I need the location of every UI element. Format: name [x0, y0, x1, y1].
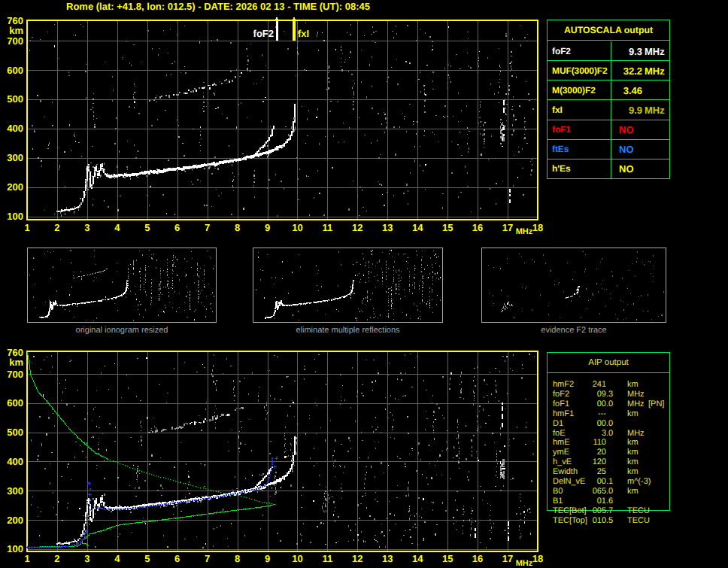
aip-table-header: AIP output [548, 353, 669, 373]
svg-text:10: 10 [292, 553, 302, 564]
aip-row-foe: 3.0foEMHz [548, 429, 669, 439]
aip-row-yme: 20ymEkm [548, 448, 669, 457]
aip-param-value-fraction: .0 [606, 429, 613, 438]
aip-row-fof1: 00.0foF1MHz[PN] [548, 399, 669, 409]
svg-text:9: 9 [265, 553, 270, 564]
svg-text:7: 7 [205, 222, 210, 233]
autoscala-row-m3000f2: M(3000)F23.46 [548, 80, 669, 100]
aip-param-value-fraction: .5 [606, 516, 613, 525]
autoscala-param-label: h'Es [552, 163, 570, 174]
aip-param-label: foF1 [553, 399, 569, 409]
autoscala-param-label: foF1 [552, 124, 571, 135]
aip-param-label: hmE [553, 438, 570, 447]
autoscala-value-cell: 32.2MHz [611, 61, 669, 80]
autoscala-param-label: M(3000)F2 [552, 85, 596, 96]
svg-text:4: 4 [114, 222, 120, 233]
svg-text:9: 9 [265, 222, 270, 233]
autoscala-row-fxi: fxI9.9MHz [548, 100, 669, 120]
svg-text:10: 10 [292, 222, 302, 233]
fitted-trace-curve [26, 457, 278, 548]
aip-param-unit: TECU [627, 516, 650, 525]
svg-text:16: 16 [472, 222, 483, 233]
aip-param-unit: km [627, 467, 639, 476]
svg-text:300: 300 [7, 485, 23, 497]
svg-text:5: 5 [144, 553, 150, 564]
svg-text:1: 1 [24, 222, 29, 233]
aip-param-label: Ewidth [553, 467, 578, 476]
aip-param-label: TEC[Top] [553, 516, 587, 525]
aip-output-table: AIP output 241hmF2km09.3foF2MHz00.0foF1M… [547, 352, 670, 511]
top-ionogram-grid-frame [27, 20, 538, 220]
svg-text:12: 12 [352, 222, 362, 233]
thumbnail-evidence-f2-trace [482, 248, 666, 323]
svg-text:6: 6 [174, 553, 180, 564]
profile-ionogram-trace-layer [30, 354, 535, 548]
svg-text:300: 300 [7, 152, 23, 163]
svg-text:11: 11 [323, 553, 333, 564]
autoscala-param-label: fxI [552, 105, 563, 115]
aip-param-label: D1 [553, 419, 563, 428]
aip-param-label: h_vE [553, 457, 572, 466]
aip-row-b1: 01.6B1 [548, 497, 669, 506]
thumbnail-caption-evidence: evidence F2 trace [481, 326, 666, 335]
svg-text:18: 18 [532, 222, 543, 233]
aip-row-d1: 00.0D1 [548, 419, 669, 429]
autoscala-param-label: foF2 [552, 46, 571, 56]
autoscala-value-cell: 9.3MHz [611, 41, 669, 60]
fof2-marker-label: foF2 [253, 28, 274, 39]
aip-param-unit: MHz [627, 399, 645, 409]
aip-param-value-fraction: .1 [606, 477, 613, 486]
svg-text:200: 200 [7, 181, 23, 193]
svg-text:700: 700 [7, 35, 23, 47]
top-ionogram-x-axis-labels: 123456789101112131415161718MHz [24, 222, 543, 237]
autoscala-row-fof2: foF29.3MHz [548, 41, 669, 61]
autoscala-param-value: NO [619, 124, 634, 135]
aip-row-hmf2: 241hmF2km [548, 380, 669, 390]
autoscala-value-cell: NO [611, 159, 669, 178]
autoscala-param-value: NO [619, 163, 634, 175]
aip-param-unit: km [627, 487, 639, 496]
svg-text:500: 500 [7, 427, 23, 438]
svg-text:km: km [9, 357, 23, 368]
aip-row-b0: 065.0B0km [548, 487, 669, 497]
aip-param-value-fraction: .7 [606, 506, 613, 515]
aip-param-unit: MHz [627, 429, 645, 438]
svg-text:11: 11 [323, 222, 333, 233]
autoscala-param-value: NO [619, 144, 634, 155]
svg-text:3: 3 [84, 553, 89, 564]
autoscala-row-ftes: ftEsNO [548, 140, 669, 159]
svg-text:18: 18 [532, 553, 543, 564]
autoscala-table-header: AUTOSCALA output [548, 20, 669, 41]
svg-text:13: 13 [382, 553, 393, 564]
svg-text:1: 1 [24, 553, 29, 564]
svg-text:2: 2 [54, 222, 59, 233]
autoscala-row-fof1: foF1NO [548, 120, 669, 140]
aip-param-unit: km [627, 380, 639, 389]
svg-text:2: 2 [54, 553, 59, 564]
aip-param-label: ymE [553, 448, 569, 457]
aip-param-unit: TECU [627, 506, 650, 515]
autoscala-value-cell: 3.46 [611, 80, 669, 99]
svg-text:100: 100 [7, 543, 23, 554]
svg-text:600: 600 [7, 397, 23, 409]
autoscala-param-unit: MHz [645, 105, 665, 116]
aip-param-label: foE [553, 429, 566, 438]
svg-text:16: 16 [472, 553, 483, 564]
autoscala-param-label: ftEs [552, 144, 569, 154]
aip-param-unit: km [627, 448, 639, 457]
svg-text:12: 12 [352, 553, 362, 564]
thumbnail-eliminate-reflections [253, 248, 443, 323]
svg-text:17: 17 [502, 222, 513, 233]
svg-text:MHz: MHz [516, 559, 533, 568]
aip-param-label: B1 [553, 497, 563, 506]
aip-param-label: DelN_vE [553, 477, 585, 486]
aip-param-unit: m^(-3) [627, 477, 651, 486]
autoscala-param-value: 3.46 [623, 84, 642, 96]
svg-text:3: 3 [84, 222, 89, 233]
svg-text:200: 200 [7, 515, 23, 526]
top-ionogram-y-axis-labels: 760km100200300400500600700 [7, 15, 23, 222]
aip-row-fof2: 09.3foF2MHz [548, 390, 669, 399]
profile-ionogram-grid-frame [27, 351, 538, 551]
svg-text:17: 17 [502, 553, 513, 564]
autoscala-value-cell: 9.9MHz [611, 100, 669, 119]
